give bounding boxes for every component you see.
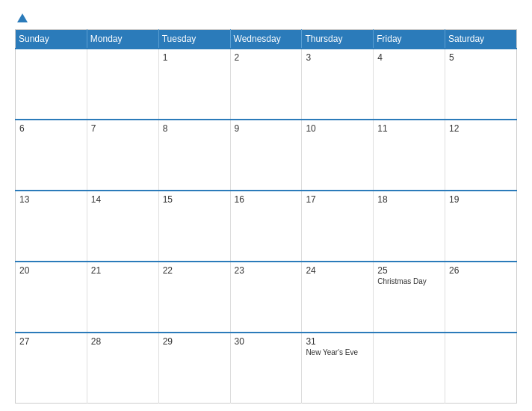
- calendar-cell: 8: [158, 120, 230, 191]
- calendar-cell: 26: [445, 262, 517, 333]
- weekday-header-monday: Monday: [87, 30, 158, 49]
- day-number: 26: [449, 265, 513, 276]
- calendar-header: SundayMondayTuesdayWednesdayThursdayFrid…: [16, 30, 517, 49]
- day-number: 27: [19, 336, 83, 347]
- calendar-cell: 12: [445, 120, 517, 191]
- week-row-1: 6789101112: [16, 120, 517, 191]
- weekday-header-sunday: Sunday: [16, 30, 87, 49]
- day-number: 25: [377, 265, 441, 276]
- day-number: 20: [19, 265, 83, 276]
- calendar-cell: 31New Year's Eve: [302, 333, 374, 404]
- calendar-cell: 7: [87, 120, 158, 191]
- day-number: 18: [377, 194, 441, 205]
- weekday-header-tuesday: Tuesday: [158, 30, 230, 49]
- calendar-cell: 22: [158, 262, 230, 333]
- week-row-0: 12345: [16, 49, 517, 120]
- calendar-cell: 23: [230, 262, 302, 333]
- weekday-header-row: SundayMondayTuesdayWednesdayThursdayFrid…: [16, 30, 517, 49]
- day-number: 11: [377, 123, 441, 134]
- day-number: 12: [449, 123, 513, 134]
- day-number: 9: [235, 123, 298, 134]
- day-number: 3: [306, 52, 369, 63]
- day-number: 17: [306, 194, 369, 205]
- day-number: 10: [306, 123, 369, 134]
- day-number: 28: [91, 336, 155, 347]
- week-row-4: 2728293031New Year's Eve: [16, 333, 517, 404]
- day-number: 4: [377, 52, 441, 63]
- calendar-cell: 4: [374, 49, 445, 120]
- calendar-cell: 17: [302, 191, 374, 262]
- weekday-header-thursday: Thursday: [302, 30, 374, 49]
- day-number: 21: [91, 265, 155, 276]
- calendar-cell: 15: [158, 191, 230, 262]
- day-number: 13: [19, 194, 83, 205]
- calendar-cell: 5: [445, 49, 517, 120]
- logo: [15, 13, 28, 23]
- calendar-cell: 24: [302, 262, 374, 333]
- day-number: 1: [163, 52, 226, 63]
- day-number: 15: [163, 194, 226, 205]
- calendar-table: SundayMondayTuesdayWednesdayThursdayFrid…: [15, 29, 517, 404]
- week-row-3: 202122232425Christmas Day26: [16, 262, 517, 333]
- weekday-header-friday: Friday: [374, 30, 445, 49]
- day-number: 5: [449, 52, 513, 63]
- calendar-cell: 30: [230, 333, 302, 404]
- calendar-cell: 1: [158, 49, 230, 120]
- calendar-cell: [87, 49, 158, 120]
- day-number: 22: [163, 265, 226, 276]
- day-number: 14: [91, 194, 155, 205]
- calendar-cell: 2: [230, 49, 302, 120]
- calendar-cell: 14: [87, 191, 158, 262]
- calendar-cell: 20: [16, 262, 87, 333]
- day-number: 30: [235, 336, 298, 347]
- calendar-cell: 16: [230, 191, 302, 262]
- day-number: 8: [163, 123, 226, 134]
- calendar-cell: 21: [87, 262, 158, 333]
- day-number: 19: [449, 194, 513, 205]
- calendar-cell: 28: [87, 333, 158, 404]
- calendar-cell: 19: [445, 191, 517, 262]
- calendar-cell: 27: [16, 333, 87, 404]
- calendar-cell: 11: [374, 120, 445, 191]
- calendar-cell: 3: [302, 49, 374, 120]
- weekday-header-saturday: Saturday: [445, 30, 517, 49]
- day-number: 7: [91, 123, 155, 134]
- calendar-cell: 29: [158, 333, 230, 404]
- calendar-cell: 9: [230, 120, 302, 191]
- holiday-label: New Year's Eve: [306, 348, 369, 356]
- day-number: 24: [306, 265, 369, 276]
- weekday-header-wednesday: Wednesday: [230, 30, 302, 49]
- holiday-label: Christmas Day: [377, 277, 441, 285]
- day-number: 2: [235, 52, 298, 63]
- calendar-cell: [16, 49, 87, 120]
- day-number: 16: [235, 194, 298, 205]
- calendar-cell: 10: [302, 120, 374, 191]
- logo-triangle-icon: [17, 13, 28, 22]
- week-row-2: 13141516171819: [16, 191, 517, 262]
- calendar-cell: 25Christmas Day: [374, 262, 445, 333]
- day-number: 6: [19, 123, 83, 134]
- day-number: 29: [163, 336, 226, 347]
- calendar-body: 1234567891011121314151617181920212223242…: [16, 49, 517, 404]
- calendar-cell: [374, 333, 445, 404]
- header: [15, 13, 517, 23]
- calendar-cell: 18: [374, 191, 445, 262]
- calendar-cell: [445, 333, 517, 404]
- calendar-page: SundayMondayTuesdayWednesdayThursdayFrid…: [0, 0, 532, 411]
- calendar-cell: 6: [16, 120, 87, 191]
- day-number: 31: [306, 336, 369, 347]
- day-number: 23: [235, 265, 298, 276]
- calendar-cell: 13: [16, 191, 87, 262]
